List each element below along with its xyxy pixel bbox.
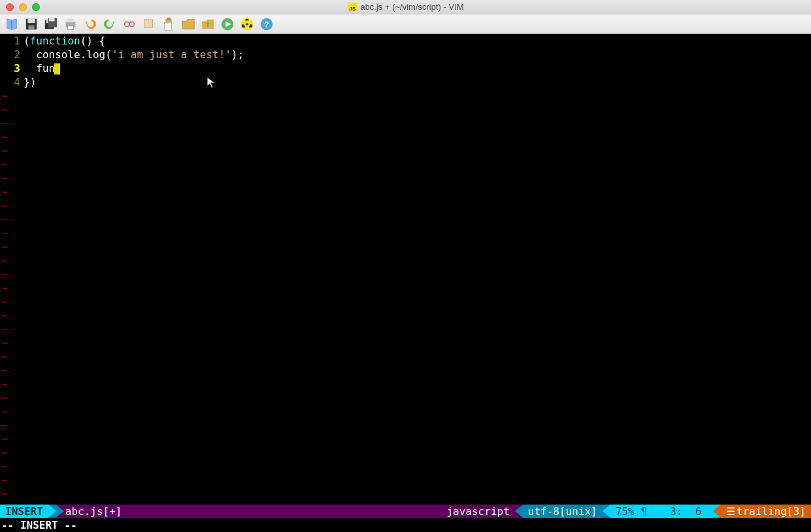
cut-button[interactable] [141, 16, 157, 32]
trigram-icon: ☰ [726, 505, 737, 518]
window-title-text: abc.js + (~/vim/script) - VIM [360, 2, 463, 12]
separator-icon [603, 505, 610, 518]
mode-segment: INSERT [0, 505, 48, 518]
line-number: 3 [670, 505, 676, 518]
text-cursor [54, 63, 60, 75]
percent-label: 75% [616, 505, 635, 518]
print-button[interactable] [63, 16, 78, 32]
redo-button[interactable] [102, 16, 118, 32]
separator-icon [515, 505, 523, 518]
svg-rect-9 [67, 25, 73, 29]
svg-rect-12 [144, 19, 153, 27]
undo-button[interactable] [82, 16, 98, 32]
svg-rect-6 [49, 18, 54, 21]
window-titlebar: JS abc.js + (~/vim/script) - VIM [0, 0, 811, 14]
encoding-label: utf-8[unix] [528, 505, 597, 518]
save-button[interactable] [24, 16, 39, 32]
line-number: 2 [0, 48, 20, 61]
line-number: 3 [0, 61, 20, 75]
trailing-warning-segment: ☰ trailing[3] [721, 505, 811, 518]
pilcrow-icon: ¶ [640, 505, 647, 518]
close-window-button[interactable] [6, 3, 14, 11]
mode-label: INSERT [5, 505, 43, 518]
code-token: function [30, 35, 80, 47]
position-segment: 3: 6 [652, 505, 713, 518]
filename-segment: abc.js[+] [64, 505, 127, 518]
svg-rect-14 [167, 17, 171, 20]
svg-rect-15 [165, 22, 172, 30]
encoding-segment: utf-8[unix] [523, 505, 603, 518]
help-button[interactable]: ? [259, 16, 274, 32]
code-token: fun [24, 62, 55, 75]
open-file-button[interactable] [4, 16, 20, 32]
separator-icon [713, 505, 721, 518]
code-token: ( [105, 48, 112, 61]
command-line: -- INSERT -- [0, 518, 811, 532]
window-title: JS abc.js + (~/vim/script) - VIM [347, 2, 463, 12]
code-line[interactable]: (function() { [24, 34, 811, 48]
percent-segment: 75% ¶ [610, 505, 652, 518]
col-number: 6 [695, 505, 702, 518]
mode-message: -- INSERT -- [1, 519, 77, 531]
copy-button[interactable] [161, 16, 176, 32]
svg-text:?: ? [264, 19, 269, 29]
svg-rect-1 [28, 18, 35, 22]
svg-point-11 [129, 22, 134, 26]
line-number-gutter: 1234 [0, 34, 24, 505]
traffic-lights [0, 3, 40, 11]
separator-icon [56, 505, 64, 518]
statusline: INSERT abc.js[+] javascript utf-8[unix] … [0, 505, 811, 518]
code-area[interactable]: (function() { console.log('i am just a t… [24, 34, 811, 505]
code-token: . [80, 48, 87, 61]
code-token: ); [231, 48, 244, 61]
code-token: }) [24, 76, 36, 88]
svg-rect-8 [67, 18, 73, 22]
code-line[interactable]: console.log('i am just a test!'); [24, 48, 811, 61]
find-button[interactable] [122, 16, 137, 32]
trailing-label: trailing[3] [737, 505, 806, 518]
minimize-window-button[interactable] [19, 3, 27, 11]
code-token: log [86, 48, 105, 61]
toolbar: ? [0, 14, 811, 34]
line-number: 4 [0, 75, 20, 89]
code-editor[interactable]: 1234 (function() { console.log('i am jus… [0, 34, 811, 505]
code-token: () { [80, 35, 106, 47]
folder-up-button[interactable] [200, 16, 216, 32]
make-button[interactable] [239, 16, 255, 32]
code-line[interactable]: }) [24, 75, 811, 89]
maximize-window-button[interactable] [32, 3, 40, 11]
code-token: console [24, 48, 80, 61]
svg-rect-2 [28, 25, 34, 29]
code-token: 'i am just a test!' [112, 48, 231, 61]
separator-icon [48, 505, 56, 518]
run-button[interactable] [220, 16, 235, 32]
paste-folder-button[interactable] [180, 16, 196, 32]
svg-point-18 [246, 23, 248, 25]
statusline-fill [127, 505, 442, 518]
code-token: ( [24, 35, 30, 47]
filename-label: abc.js[+] [65, 505, 122, 518]
code-line[interactable]: fun [24, 61, 811, 75]
filetype-segment: javascript [441, 505, 514, 518]
svg-point-10 [125, 22, 129, 26]
line-number: 1 [0, 34, 20, 48]
save-all-button[interactable] [43, 16, 59, 32]
js-file-icon: JS [347, 3, 356, 12]
filetype-label: javascript [446, 505, 509, 518]
